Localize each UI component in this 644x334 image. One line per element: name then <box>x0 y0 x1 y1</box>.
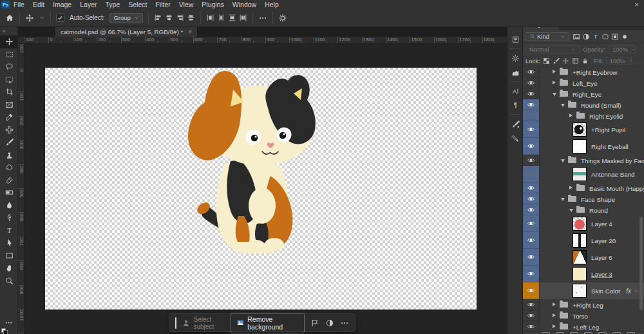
layer-name[interactable]: Torso <box>573 312 588 319</box>
eye-icon[interactable] <box>527 322 535 331</box>
menu-window[interactable]: Window <box>231 1 258 8</box>
expand-arrow-icon[interactable] <box>569 186 573 190</box>
layer-name[interactable]: +Right Leg <box>573 301 603 308</box>
layer-thumbnail-cream[interactable] <box>573 268 586 280</box>
eye-icon[interactable] <box>527 206 535 214</box>
eye-icon[interactable] <box>527 79 535 87</box>
crop-tool[interactable] <box>0 86 18 99</box>
align-vertical-centers-icon[interactable] <box>187 14 195 22</box>
layer-row-layer-4[interactable]: Layer 4 <box>523 215 644 232</box>
gradient-tool[interactable] <box>0 186 18 199</box>
layer-name[interactable]: Face Shape <box>581 195 615 202</box>
layer-row-layer-3[interactable]: Layer 3 <box>523 266 644 282</box>
expand-arrow-icon[interactable] <box>569 113 573 117</box>
object-selection-tool[interactable] <box>0 74 18 86</box>
layers-scrollbar[interactable] <box>639 217 643 310</box>
chevron-down-icon[interactable] <box>39 15 45 21</box>
blend-mode-dropdown[interactable]: Normal <box>526 45 580 54</box>
eye-icon[interactable] <box>527 236 535 244</box>
select-subject-button[interactable]: Select subject <box>182 316 224 330</box>
frame-tool[interactable] <box>0 99 18 112</box>
distribute-spacing-icon[interactable] <box>239 14 247 22</box>
layer-thumbnail-black-bar[interactable] <box>573 234 586 247</box>
zoom-tool[interactable] <box>0 275 18 288</box>
layer-row-content[interactable]: Layer 6 <box>540 249 644 266</box>
brush-tool[interactable] <box>0 136 18 149</box>
clone-stamp-tool[interactable] <box>0 149 18 162</box>
layer-name[interactable]: Right_Eye <box>573 90 601 97</box>
collapse-arrow-icon[interactable] <box>561 159 565 162</box>
visibility-cell[interactable] <box>523 88 540 99</box>
layer-name[interactable]: +Right Pupil <box>591 126 625 133</box>
auto-select-checkbox[interactable] <box>56 14 64 22</box>
layer-group-face-shape[interactable]: Face Shape <box>523 193 644 204</box>
collapse-arrow-icon[interactable] <box>561 104 565 107</box>
fill-value-box[interactable]: 100% <box>606 57 632 65</box>
window-close-button[interactable]: × <box>630 1 644 8</box>
toolbar-overflow-button[interactable]: » <box>0 27 17 35</box>
filter-pixel-layers-icon[interactable] <box>573 33 580 41</box>
visibility-cell[interactable] <box>523 204 540 215</box>
layer-row-skin-color[interactable]: Skin Colorfx <box>523 282 644 299</box>
layer-name[interactable]: Layer 3 <box>591 271 612 278</box>
menu-select[interactable]: Select <box>127 1 148 8</box>
layer-name[interactable]: Layer 20 <box>591 237 616 244</box>
adjustments-panel-icon[interactable] <box>507 51 524 65</box>
filter-smart-objects-icon[interactable] <box>611 33 619 41</box>
layer-row-content[interactable]: Things Masked by Face <box>540 155 644 166</box>
layer-row-right-pupil[interactable]: +Right Pupil <box>523 121 644 138</box>
character-panel-icon[interactable]: A <box>507 84 524 98</box>
layer-name[interactable]: Right Eyelid <box>589 112 623 119</box>
layer-row-content[interactable]: +Right Eyebrow <box>540 66 644 77</box>
visibility-cell[interactable] <box>523 299 540 310</box>
taskbar-drag-handle[interactable] <box>175 317 176 329</box>
workspace-settings-gear-icon[interactable] <box>278 14 287 23</box>
eye-hidden-box[interactable] <box>527 170 535 178</box>
visibility-cell[interactable] <box>523 155 540 166</box>
spot-healing-brush-tool[interactable] <box>0 124 18 137</box>
expand-arrow-icon[interactable] <box>553 324 556 328</box>
layer-name[interactable]: Right Eyeball <box>591 143 629 150</box>
menu-file[interactable]: File <box>12 1 26 8</box>
eye-icon[interactable] <box>527 253 535 261</box>
layer-row-content[interactable]: Round <box>540 204 644 215</box>
layer-row-content[interactable]: Round (Small) <box>540 99 644 110</box>
layer-row-content[interactable]: Right_Eye <box>540 88 644 99</box>
menu-view[interactable]: View <box>178 1 195 8</box>
filter-toggle-icon[interactable] <box>621 33 629 41</box>
layer-row-right-eyeball[interactable]: Right Eyeball <box>523 138 644 155</box>
expand-arrow-icon[interactable] <box>553 81 556 84</box>
eye-icon[interactable] <box>527 156 535 164</box>
layer-row-antennae-band[interactable]: Antennae Band <box>523 166 644 182</box>
eye-icon[interactable] <box>527 68 535 76</box>
collapse-arrow-icon[interactable] <box>561 198 565 201</box>
filter-shape-layers-icon[interactable] <box>601 33 609 41</box>
filter-adjustment-layers-icon[interactable] <box>582 33 590 41</box>
lock-position-icon[interactable] <box>562 57 569 64</box>
opacity-value-box[interactable]: 100% <box>609 45 636 54</box>
layer-name[interactable]: Things Masked by Face <box>581 157 644 164</box>
layer-row-layer-20[interactable]: Layer 20 <box>523 232 644 249</box>
lock-transparent-pixels-icon[interactable] <box>543 57 550 64</box>
default-colors-icon[interactable] <box>2 329 8 334</box>
layer-name[interactable]: Skin Color <box>591 288 620 295</box>
canvas-artboard[interactable] <box>45 68 477 309</box>
rectangle-tool[interactable] <box>0 250 18 262</box>
layer-group-round-small[interactable]: Round (Small) <box>523 99 644 110</box>
eye-hidden-box[interactable] <box>527 112 535 120</box>
menu-edit[interactable]: Edit <box>32 1 46 8</box>
layer-name[interactable]: +Left Leg <box>573 323 599 330</box>
layer-row-content[interactable]: Layer 20 <box>540 232 644 249</box>
contextual-taskbar[interactable]: Select subject Remove background <box>169 313 355 332</box>
menu-image[interactable]: Image <box>52 1 73 8</box>
hand-tool[interactable] <box>0 262 18 275</box>
expand-arrow-icon[interactable] <box>553 70 556 74</box>
expand-arrow-icon[interactable] <box>553 302 556 306</box>
visibility-cell[interactable] <box>523 110 540 121</box>
eraser-tool[interactable] <box>0 174 18 187</box>
layer-row-content[interactable]: +Right Pupil <box>540 121 644 138</box>
lasso-tool[interactable] <box>0 61 18 74</box>
layer-thumbnail-red-shape[interactable] <box>573 217 586 230</box>
eyedropper-tool[interactable] <box>0 111 18 124</box>
move-tool[interactable] <box>0 35 18 48</box>
